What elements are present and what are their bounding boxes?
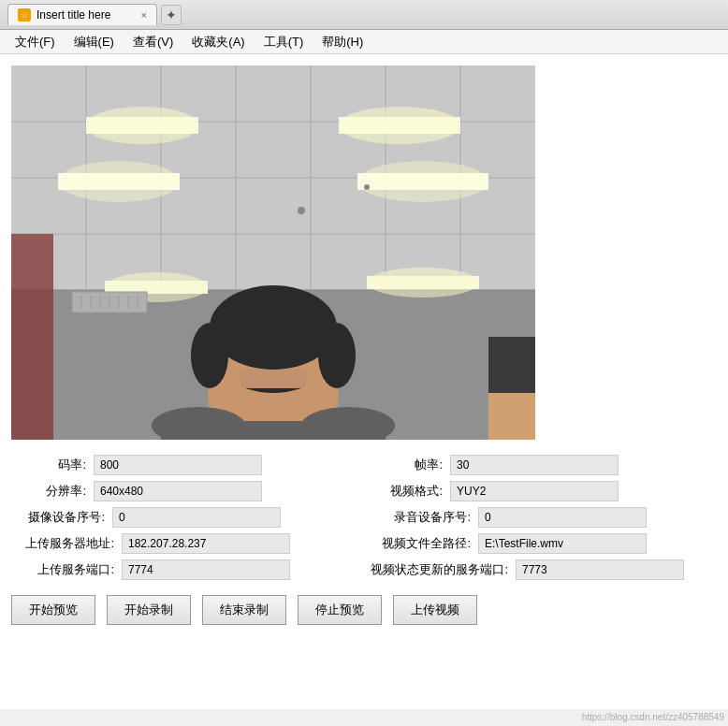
menu-tools[interactable]: 工具(T) [256, 32, 312, 52]
svg-point-53 [298, 207, 305, 214]
svg-point-32 [367, 268, 479, 298]
status-port-input[interactable] [516, 559, 684, 580]
camera-id-group: 摄像设备序号: [11, 507, 360, 528]
bitrate-label: 码率: [11, 457, 86, 473]
framerate-label: 帧率: [368, 457, 443, 473]
menu-view[interactable]: 查看(V) [125, 32, 181, 52]
server-addr-input[interactable] [122, 533, 290, 554]
form-row-2: 分辨率: 视频格式: [11, 481, 717, 501]
svg-point-20 [58, 161, 180, 202]
menu-favorites[interactable]: 收藏夹(A) [184, 32, 252, 52]
resolution-group: 分辨率: [11, 481, 360, 501]
form-row-1: 码率: 帧率: [11, 455, 717, 475]
tab-title: Insert title here [36, 8, 110, 22]
camera-display [11, 65, 535, 440]
menu-help[interactable]: 帮助(H) [314, 32, 371, 52]
resolution-input[interactable] [94, 481, 262, 501]
start-record-button[interactable]: 开始录制 [107, 595, 191, 625]
upload-port-input[interactable] [122, 559, 290, 580]
menu-edit[interactable]: 编辑(E) [66, 32, 122, 52]
framerate-group: 帧率: [368, 455, 717, 475]
server-addr-group: 上传服务器地址: [11, 533, 360, 554]
svg-point-23 [357, 161, 488, 202]
video-path-group: 视频文件全路径: [368, 533, 717, 554]
stop-preview-button[interactable]: 停止预览 [298, 595, 382, 625]
camera-id-label: 摄像设备序号: [11, 509, 105, 526]
svg-point-45 [191, 323, 228, 388]
form-row-3: 摄像设备序号: 录音设备序号: [11, 507, 717, 528]
status-port-label: 视频状态更新的服务端口: [368, 561, 508, 578]
browser-titlebar: ☆ Insert title here × ✦ [0, 0, 728, 30]
audio-id-input[interactable] [478, 507, 647, 528]
svg-point-44 [210, 285, 337, 370]
tab-close-button[interactable]: × [141, 9, 147, 21]
status-port-group: 视频状态更新的服务端口: [368, 559, 717, 580]
form-row-5: 上传服务端口: 视频状态更新的服务端口: [11, 559, 717, 580]
resolution-label: 分辨率: [11, 483, 86, 500]
upload-port-group: 上传服务端口: [11, 559, 360, 580]
tab-favicon-icon: ☆ [18, 8, 31, 22]
audio-id-label: 录音设备序号: [368, 509, 471, 526]
svg-point-46 [318, 323, 356, 388]
buttons-row: 开始预览 开始录制 结束录制 停止预览 上传视频 [11, 595, 717, 625]
svg-point-14 [86, 107, 198, 144]
new-tab-button[interactable]: ✦ [161, 5, 182, 25]
camera-scene [11, 65, 535, 440]
menu-file[interactable]: 文件(F) [7, 32, 63, 52]
menubar: 文件(F) 编辑(E) 查看(V) 收藏夹(A) 工具(T) 帮助(H) [0, 30, 728, 54]
upload-video-button[interactable]: 上传视频 [393, 595, 477, 625]
bitrate-group: 码率: [11, 455, 360, 475]
framerate-input[interactable] [450, 455, 619, 475]
video-format-label: 视频格式: [368, 483, 443, 500]
browser-content: 码率: 帧率: 分辨率: 视频格式: 摄像设备序号: [0, 54, 728, 709]
start-preview-button[interactable]: 开始预览 [11, 595, 95, 625]
svg-point-54 [364, 184, 370, 190]
browser-tab[interactable]: ☆ Insert title here × [7, 4, 157, 25]
video-format-group: 视频格式: [368, 481, 717, 501]
video-path-input[interactable] [478, 533, 647, 554]
svg-point-17 [339, 107, 460, 144]
svg-rect-50 [240, 370, 306, 388]
bitrate-input[interactable] [94, 455, 262, 475]
stop-record-button[interactable]: 结束录制 [202, 595, 286, 625]
audio-id-group: 录音设备序号: [368, 507, 717, 528]
video-path-label: 视频文件全路径: [368, 535, 471, 552]
svg-rect-26 [11, 234, 53, 440]
video-format-input[interactable] [450, 481, 619, 501]
form-area: 码率: 帧率: 分辨率: 视频格式: 摄像设备序号: [11, 455, 717, 625]
server-addr-label: 上传服务器地址: [11, 535, 114, 552]
upload-port-label: 上传服务端口: [11, 561, 114, 578]
camera-id-input[interactable] [112, 507, 281, 528]
svg-rect-52 [488, 337, 535, 393]
form-row-4: 上传服务器地址: 视频文件全路径: [11, 533, 717, 554]
